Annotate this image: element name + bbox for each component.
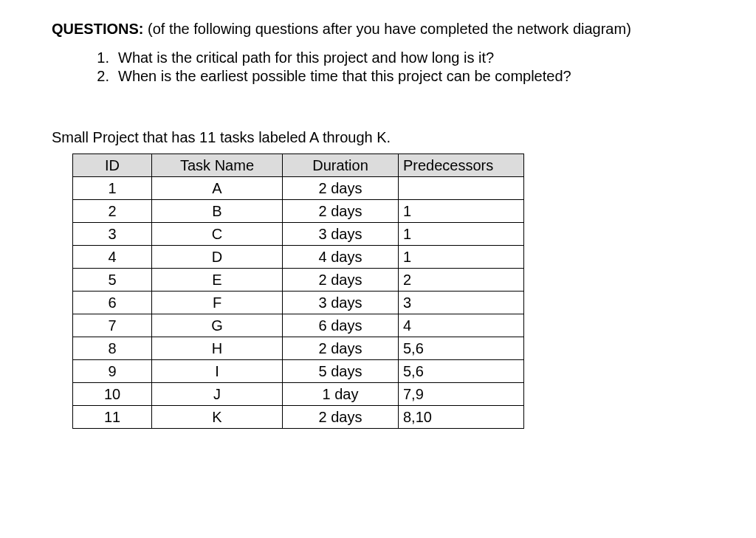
questions-heading-rest: (of the following questions after you ha… [143,21,630,37]
cell-predecessors: 2 [399,269,524,292]
table-header-row: ID Task Name Duration Predecessors [73,154,524,177]
cell-id: 7 [73,314,152,337]
table-row: 2B2 days1 [73,200,524,223]
cell-predecessors: 3 [399,292,524,314]
cell-task-name: J [152,383,283,406]
task-table: ID Task Name Duration Predecessors 1A2 d… [72,154,524,429]
cell-predecessors: 1 [399,223,524,246]
table-row: 7G6 days4 [73,314,524,337]
header-task-name: Task Name [152,154,283,177]
cell-id: 11 [73,406,152,429]
cell-duration: 2 days [283,337,399,360]
cell-duration: 3 days [283,292,399,314]
cell-task-name: K [152,406,283,429]
cell-predecessors: 1 [399,200,524,223]
table-row: 1A2 days [73,177,524,200]
cell-id: 5 [73,269,152,292]
header-predecessors: Predecessors [399,154,524,177]
cell-id: 4 [73,246,152,269]
cell-task-name: D [152,246,283,269]
cell-task-name: I [152,360,283,383]
cell-task-name: C [152,223,283,246]
questions-list: 1.What is the critical path for this pro… [89,49,704,85]
cell-task-name: B [152,200,283,223]
cell-task-name: G [152,314,283,337]
cell-id: 3 [73,223,152,246]
cell-id: 8 [73,337,152,360]
cell-predecessors: 4 [399,314,524,337]
question-text: When is the earliest possible time that … [118,68,571,85]
cell-id: 6 [73,292,152,314]
questions-heading-label: QUESTIONS: [52,21,143,37]
cell-duration: 2 days [283,177,399,200]
table-row: 10J1 day7,9 [73,383,524,406]
table-row: 3C3 days1 [73,223,524,246]
cell-predecessors: 5,6 [399,337,524,360]
cell-duration: 5 days [283,360,399,383]
question-item: 2.When is the earliest possible time tha… [89,68,704,85]
cell-task-name: A [152,177,283,200]
question-text: What is the critical path for this proje… [118,49,494,66]
cell-predecessors: 1 [399,246,524,269]
questions-heading: QUESTIONS: (of the following questions a… [52,21,704,38]
table-body: 1A2 days2B2 days13C3 days14D4 days15E2 d… [73,177,524,429]
header-duration: Duration [283,154,399,177]
cell-task-name: E [152,269,283,292]
table-row: 8H2 days5,6 [73,337,524,360]
cell-id: 2 [73,200,152,223]
cell-predecessors: 5,6 [399,360,524,383]
table-row: 11K2 days8,10 [73,406,524,429]
cell-duration: 2 days [283,200,399,223]
cell-duration: 3 days [283,223,399,246]
cell-id: 9 [73,360,152,383]
cell-duration: 4 days [283,246,399,269]
table-row: 9I5 days5,6 [73,360,524,383]
cell-predecessors [399,177,524,200]
table-row: 4D4 days1 [73,246,524,269]
question-number: 2. [89,68,109,85]
question-number: 1. [89,49,109,66]
cell-duration: 1 day [283,383,399,406]
table-row: 5E2 days2 [73,269,524,292]
cell-id: 10 [73,383,152,406]
cell-predecessors: 8,10 [399,406,524,429]
cell-id: 1 [73,177,152,200]
header-id: ID [73,154,152,177]
cell-task-name: F [152,292,283,314]
project-subheading: Small Project that has 11 tasks labeled … [52,129,704,146]
question-item: 1.What is the critical path for this pro… [89,49,704,66]
cell-duration: 2 days [283,406,399,429]
cell-predecessors: 7,9 [399,383,524,406]
cell-duration: 6 days [283,314,399,337]
table-row: 6F3 days3 [73,292,524,314]
cell-duration: 2 days [283,269,399,292]
cell-task-name: H [152,337,283,360]
